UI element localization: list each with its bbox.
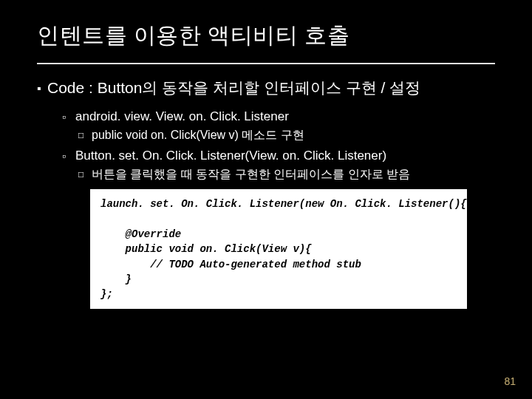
bullet-level3-text: 버튼을 클릭했을 때 동작을 구현한 인터페이스를 인자로 받음 — [92, 166, 495, 183]
slide: 인텐트를 이용한 액티비티 호출 ▪ Code : Button의 동작을 처리… — [0, 0, 532, 399]
code-sample: launch. set. On. Click. Listener(new On.… — [90, 189, 467, 309]
bullet-level1: ▪ Code : Button의 동작을 처리할 인터페이스 구현 / 설정 — [37, 78, 495, 98]
page-number: 81 — [504, 375, 516, 387]
bullet-level2: ▫ android. view. View. on. Click. Listen… — [62, 109, 495, 126]
bullet-level3: □ 버튼을 클릭했을 때 동작을 구현한 인터페이스를 인자로 받음 — [78, 166, 495, 183]
title-area: 인텐트를 이용한 액티비티 호출 — [0, 0, 532, 58]
bullet-box-icon: □ — [78, 129, 92, 141]
bullet-level3: □ public void on. Click(View v) 메소드 구현 — [78, 127, 495, 143]
bullet-level2: ▫ Button. set. On. Click. Listener(View.… — [62, 148, 495, 165]
bullet-hollow-square-icon: ▫ — [62, 149, 75, 163]
bullet-square-icon: ▪ — [37, 81, 47, 97]
bullet-level2-text: Button. set. On. Click. Listener(View. o… — [75, 148, 495, 165]
bullet-level3-text: public void on. Click(View v) 메소드 구현 — [92, 127, 495, 143]
bullet-hollow-square-icon: ▫ — [62, 110, 75, 124]
slide-body: ▪ Code : Button의 동작을 처리할 인터페이스 구현 / 설정 ▫… — [0, 64, 532, 309]
bullet-level2-text: android. view. View. on. Click. Listener — [75, 109, 495, 126]
bullet-level1-text: Code : Button의 동작을 처리할 인터페이스 구현 / 설정 — [47, 78, 495, 98]
bullet-box-icon: □ — [78, 168, 92, 180]
slide-title: 인텐트를 이용한 액티비티 호출 — [37, 21, 495, 51]
